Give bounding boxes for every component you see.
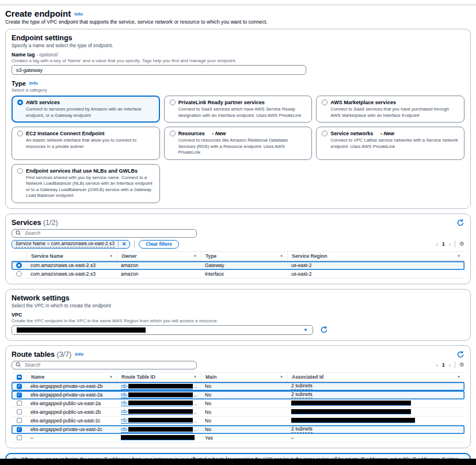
route-table-main: Yes [201,434,287,442]
sort-icon[interactable]: ▼ [193,375,197,379]
radio-icon[interactable] [17,131,23,136]
redacted-vpc-value [17,327,146,333]
vpc-select[interactable]: ▼ [12,325,313,335]
page-info-link[interactable]: Info [74,12,83,17]
ellipsis: ... [193,409,197,415]
route-table-row[interactable]: eks-airgapped-public-us-east-2c rtb-... … [12,417,464,425]
associated-subnets-link[interactable]: 2 subnets [291,383,313,390]
col-name[interactable]: Name▼ [26,373,117,382]
type-card-nlb-gwlb[interactable]: Endpoint services that use NLBs and GWLB… [12,164,160,203]
sort-icon[interactable]: ▼ [457,375,460,379]
route-table-row[interactable]: eks-airgapped-public-us-east-2a rtb-... … [12,399,464,408]
type-card-marketplace[interactable]: AWS Marketplace services Connect to SaaS… [316,96,464,123]
radio-icon[interactable] [170,131,176,136]
col-route-table-id[interactable]: Route Table ID▼ [117,373,201,382]
prev-page-icon[interactable]: ‹ [436,241,438,247]
page-title: Create endpointInfo [5,9,471,18]
route-table-row[interactable]: ✓ eks-airgapped-private-us-east-2c rtb-.… [12,425,464,434]
name-tag-input[interactable] [12,65,306,75]
redacted-associated-link[interactable] [291,418,415,423]
checkbox-icon[interactable] [17,409,22,414]
radio-selected-icon[interactable] [17,100,23,105]
route-tables-search[interactable] [12,361,197,369]
radio-selected-icon[interactable] [16,262,22,268]
service-row-interface[interactable]: com.amazonaws.us-east-2.s3 amazon Interf… [12,270,464,279]
settings-gear-icon[interactable]: ⚙ [459,241,464,247]
col-main[interactable]: Main▼ [201,373,287,382]
refresh-icon[interactable] [456,350,464,359]
card-title: Endpoint services that use NLBs and GWLB… [26,168,138,174]
type-card-service-networks[interactable]: Service networks - New Connect to VPC La… [316,127,464,160]
radio-icon[interactable] [17,168,23,174]
route-table-id-link[interactable]: rtb- [121,400,193,406]
type-info-link[interactable]: Info [29,81,38,86]
clear-filters-button[interactable]: Clear filters [139,240,179,249]
radio-icon[interactable] [322,131,328,136]
services-section: Services (1/2) Service Name = com.amazon… [5,214,471,284]
checkbox-checked-icon[interactable]: ✓ [17,384,22,389]
redacted-associated-link[interactable] [291,409,411,414]
col-owner[interactable]: Owner▼ [117,252,201,261]
sort-icon[interactable]: ▼ [109,375,113,379]
radio-icon[interactable] [170,100,176,105]
radio-icon[interactable] [322,100,328,105]
prev-page-icon[interactable]: ‹ [436,362,438,368]
route-table-id-link[interactable]: rtb- [121,392,193,398]
checkbox-checked-icon[interactable]: ✓ [17,392,22,398]
checkbox-icon[interactable] [17,401,22,406]
chevron-down-icon: ▼ [303,327,308,333]
route-tables-header: Name▼ Route Table ID▼ Main▼ Associated I… [12,372,464,382]
service-row-gateway[interactable]: com.amazonaws.us-east-2.s3 amazon Gatewa… [12,261,464,270]
route-table-id-link[interactable]: rtb- [121,409,193,415]
route-table-id-link[interactable]: rtb- [121,426,193,433]
col-type[interactable]: Type▼ [201,252,287,261]
settings-gear-icon[interactable]: ⚙ [459,362,464,368]
associated-subnets-link[interactable]: 2 subnets [291,426,313,433]
current-page[interactable]: 1 [442,241,445,247]
type-card-aws-services[interactable]: AWS services Connect to services provide… [12,96,160,123]
route-table-name: eks-airgapped-public-us-east-2c [26,417,117,425]
checkbox-icon[interactable] [17,435,22,440]
sort-icon[interactable]: ▼ [280,254,283,258]
current-page[interactable]: 1 [442,362,445,368]
col-service-region[interactable]: Service Region▼ [287,252,464,261]
sort-icon[interactable]: ▼ [109,254,113,258]
route-table-row[interactable]: ✓ eks-airgapped-private-us-east-2b rtb-.… [12,382,464,391]
route-table-row[interactable]: – Yes – [12,434,464,443]
route-table-id-link[interactable] [121,435,195,440]
route-table-id-link[interactable]: rtb- [121,417,193,424]
services-search-input[interactable] [24,230,193,237]
services-table: Service Name▼ Owner▼ Type▼ Service Regio… [12,251,464,279]
services-pagination: ‹ 1 › ⚙ [436,241,464,247]
type-card-resources[interactable]: Resources - New Connect to resources lik… [164,127,313,160]
col-service-name[interactable]: Service Name▼ [26,252,117,261]
route-table-id-link[interactable]: rtb- [121,383,193,390]
sort-icon[interactable]: ▼ [280,375,283,379]
redacted-id [128,401,193,405]
checkbox-checked-icon[interactable]: ✓ [17,427,22,432]
route-table-row[interactable]: ✓ eks-airgapped-private-us-east-2a rtb-.… [12,391,464,399]
route-tables-search-input[interactable] [24,361,193,368]
refresh-icon[interactable] [320,326,328,334]
type-card-privatelink-partner[interactable]: PrivateLink Ready partner services Conne… [164,96,313,123]
route-table-row[interactable]: eks-airgapped-public-us-east-2b rtb-... … [12,408,464,417]
next-page-icon[interactable]: › [449,241,451,247]
service-owner: amazon [117,270,201,278]
col-associated-id[interactable]: Associated Id▼ [287,373,464,382]
redacted-id [128,392,193,397]
sort-icon[interactable]: ▼ [193,254,197,258]
refresh-icon[interactable] [456,219,464,227]
checkbox-icon[interactable] [17,418,22,423]
select-all-checkbox[interactable] [17,375,22,380]
sort-icon[interactable]: ▼ [457,254,460,258]
redacted-bottom-bar [0,459,476,465]
route-tables-info-link[interactable]: Info [75,352,83,357]
next-page-icon[interactable]: › [449,362,451,368]
type-card-ec2-instance-connect[interactable]: EC2 Instance Connect Endpoint An elastic… [12,127,160,160]
remove-filter-icon[interactable]: ✕ [118,241,130,247]
radio-icon[interactable] [16,271,22,277]
route-table-main: No [201,417,287,425]
associated-subnets-link[interactable]: 2 subnets [291,391,313,398]
redacted-associated-link[interactable] [291,401,411,406]
services-search[interactable] [12,229,197,238]
